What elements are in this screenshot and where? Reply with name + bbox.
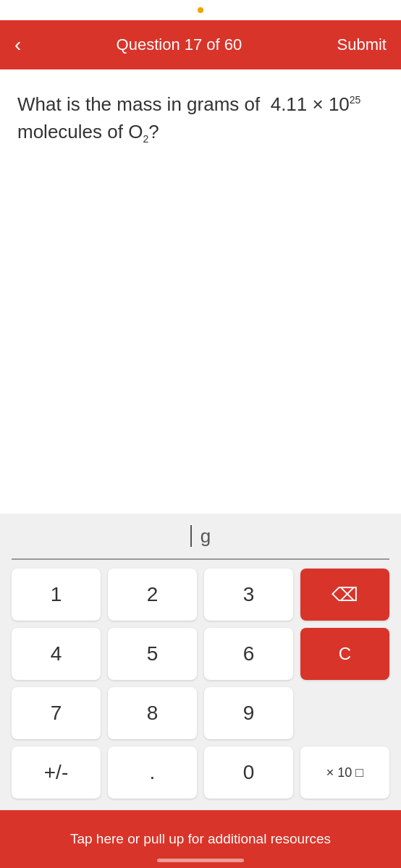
key-0[interactable]: 0	[204, 746, 293, 799]
answer-unit: g	[200, 525, 211, 548]
key-6[interactable]: 6	[204, 628, 293, 680]
question-progress: Question 17 of 60	[117, 35, 242, 54]
status-bar	[0, 0, 401, 20]
bottom-handle	[157, 859, 244, 862]
key-5[interactable]: 5	[108, 628, 197, 680]
backspace-button[interactable]: ⌫	[300, 569, 389, 621]
key-8[interactable]: 8	[108, 687, 197, 739]
question-text: What is the mass in grams of 4.11 × 1025…	[17, 91, 384, 146]
key-4[interactable]: 4	[12, 628, 101, 680]
key-x10[interactable]: × 10 □	[300, 746, 389, 799]
keypad: 1 2 3 ⌫ 4 5 6 C 7 8 9 +/- . 0 × 10 □	[0, 560, 401, 810]
bottom-bar[interactable]: Tap here or pull up for additional resou…	[0, 810, 401, 868]
clear-button[interactable]: C	[300, 628, 389, 680]
bottom-bar-label: Tap here or pull up for additional resou…	[70, 831, 331, 847]
key-1[interactable]: 1	[12, 569, 101, 621]
input-area: g 1 2 3 ⌫ 4 5 6 C 7 8 9 +/- . 0 × 10 □	[0, 514, 401, 810]
answer-value: g	[190, 525, 211, 548]
question-exponent: 25	[350, 94, 361, 106]
cursor	[190, 525, 192, 547]
question-area: What is the mass in grams of 4.11 × 1025…	[0, 69, 401, 161]
key-9[interactable]: 9	[204, 687, 293, 739]
key-plus-minus[interactable]: +/-	[12, 746, 101, 799]
answer-display: g	[12, 514, 389, 560]
status-dot	[198, 7, 203, 13]
backspace-icon: ⌫	[332, 584, 358, 606]
submit-button[interactable]: Submit	[337, 35, 387, 54]
key-dot[interactable]: .	[108, 746, 197, 799]
key-3[interactable]: 3	[204, 569, 293, 621]
key-7[interactable]: 7	[12, 687, 101, 739]
back-button[interactable]: ‹	[14, 35, 21, 55]
key-2[interactable]: 2	[108, 569, 197, 621]
header: ‹ Question 17 of 60 Submit	[0, 20, 401, 69]
question-subscript: 2	[143, 133, 148, 145]
